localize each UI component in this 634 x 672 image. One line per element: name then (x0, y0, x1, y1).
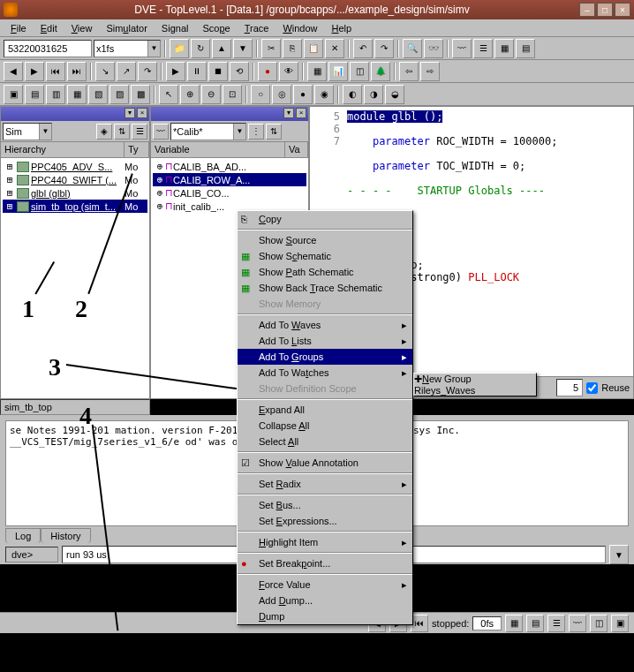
misc1-icon[interactable]: ◐ (343, 85, 362, 104)
first-icon[interactable]: ⏮ (46, 62, 65, 81)
filter-combo[interactable]: ▼ (170, 123, 246, 140)
menu-item[interactable]: Set Radix▸ (238, 476, 412, 492)
submenu-item[interactable]: Rileys_Waves (414, 385, 536, 396)
layout5-icon[interactable]: ▧ (88, 85, 108, 104)
menu-item[interactable]: ▦Show Back Trace Schematic (238, 280, 412, 296)
menu-item[interactable]: Select All (238, 434, 412, 449)
binoculars-icon[interactable]: 👓 (424, 39, 443, 58)
context-menu[interactable]: ⎘CopyShow Source▦Show Schematic▦Show Pat… (237, 210, 413, 625)
filter-icon[interactable]: ◈ (96, 124, 112, 140)
menu-item[interactable]: ▦Show Path Schematic (238, 264, 412, 280)
col-hierarchy[interactable]: Hierarchy (1, 142, 125, 157)
step-over-icon[interactable]: ↷ (138, 62, 157, 81)
command-dropdown-icon[interactable]: ▼ (609, 545, 629, 564)
back-icon[interactable]: ⇦ (399, 62, 419, 81)
menu-file[interactable]: File (4, 21, 34, 35)
chart-icon[interactable]: 📊 (328, 62, 348, 81)
menu-item[interactable]: Add To Lists▸ (238, 333, 412, 349)
hierarchy-item[interactable]: ⊞sim_tb_top (sim_t...Mo (3, 200, 147, 213)
circle1-icon[interactable]: ○ (251, 85, 270, 104)
menu-item[interactable]: Add To Watches▸ (238, 365, 412, 381)
tab-history[interactable]: History (41, 528, 90, 543)
menu-item[interactable]: Add To Groups▸ (238, 349, 412, 365)
layout4-icon[interactable]: ▦ (67, 85, 87, 104)
status-icon1[interactable]: ▦ (505, 615, 523, 632)
layout6-icon[interactable]: ▨ (109, 85, 129, 104)
menu-item[interactable]: Set Bus... (238, 497, 412, 513)
copy-icon[interactable]: ⎘ (283, 39, 302, 58)
status-icon3[interactable]: ☰ (547, 615, 565, 632)
menu-item[interactable]: Add Dump... (238, 593, 412, 608)
line-number-field[interactable] (556, 379, 583, 396)
layout7-icon[interactable]: ▩ (131, 85, 150, 104)
restart-icon[interactable]: ⟲ (230, 62, 249, 81)
menu-item[interactable]: ●Set Breakpoint... (238, 555, 412, 571)
menu-item[interactable]: Show Source (238, 232, 412, 248)
col-type[interactable]: Ty (125, 142, 149, 157)
context-submenu[interactable]: ✚New GroupRileys_Waves (413, 373, 537, 396)
memory-icon[interactable]: ▤ (516, 39, 535, 58)
pointer-icon[interactable]: ↖ (159, 85, 178, 104)
breakpoint-icon[interactable]: ● (258, 62, 277, 81)
minimize-icon[interactable]: ▾ (283, 108, 294, 118)
step-in-icon[interactable]: ↘ (95, 62, 115, 81)
variable-item[interactable]: ⊕⊓ CALIB_BA_AD... (153, 160, 306, 173)
tree-icon[interactable]: ☰ (132, 124, 147, 140)
status-icon2[interactable]: ▤ (526, 615, 544, 632)
status-icon4[interactable]: 〰 (569, 615, 586, 632)
zoom-in-icon[interactable]: ⊕ (180, 85, 200, 104)
sort-icon[interactable]: ⇅ (266, 124, 282, 140)
status-home-icon[interactable]: ⏮ (411, 615, 428, 632)
refresh-icon[interactable]: ↻ (191, 39, 210, 58)
menu-help[interactable]: Help (325, 21, 359, 35)
menu-item[interactable]: Add To Waves▸ (238, 317, 412, 333)
wave-small-icon[interactable]: 〰 (153, 124, 169, 140)
col-variable[interactable]: Variable (151, 142, 285, 157)
submenu-item[interactable]: ✚New Group (414, 374, 536, 385)
down-icon[interactable]: ▼ (233, 39, 253, 58)
sort-icon[interactable]: ⇅ (114, 124, 130, 140)
circle2-icon[interactable]: ◎ (272, 85, 291, 104)
fwd-icon[interactable]: ⇨ (420, 62, 440, 81)
circle3-icon[interactable]: ● (293, 85, 313, 104)
col-value[interactable]: Va (285, 142, 308, 157)
menu-item[interactable]: Highlight Item▸ (238, 534, 412, 550)
layout3-icon[interactable]: ▥ (46, 85, 65, 104)
undo-icon[interactable]: ↶ (353, 39, 373, 58)
menu-item[interactable]: ▦Show Schematic (238, 248, 412, 264)
chevron-down-icon[interactable]: ▼ (147, 41, 160, 57)
menu-item[interactable]: Dump (238, 608, 412, 624)
menu-view[interactable]: View (64, 21, 100, 35)
menu-edit[interactable]: Edit (34, 21, 64, 35)
chevron-down-icon[interactable]: ▼ (233, 124, 245, 140)
find-icon[interactable]: 🔍 (403, 39, 422, 58)
delete-icon[interactable]: ✕ (325, 39, 344, 58)
watch-icon[interactable]: 👁 (279, 62, 298, 81)
tab-log[interactable]: Log (5, 528, 41, 543)
status-icon5[interactable]: ◫ (590, 615, 608, 632)
status-icon6[interactable]: ▣ (611, 615, 629, 632)
misc2-icon[interactable]: ◑ (364, 85, 383, 104)
hierarchy-tree[interactable]: ⊞PPC405_ADV_S...Mo⊞PPC440_SWIFT (...Mo⊞g… (1, 158, 149, 398)
up-icon[interactable]: ▲ (212, 39, 231, 58)
variable-item[interactable]: ⊕⊓ CALIB_CO... (153, 186, 306, 200)
time-unit-combo[interactable]: ▼ (94, 40, 161, 57)
stop-icon[interactable]: ⏹ (208, 62, 228, 81)
menu-item[interactable]: ⎘Copy (238, 211, 412, 227)
hierarchy-item[interactable]: ⊞PPC440_SWIFT (...Mo (3, 173, 147, 186)
close-button[interactable]: × (615, 3, 630, 17)
sim-combo[interactable]: ▼ (3, 123, 52, 140)
menu-item[interactable]: Collapse All (238, 418, 412, 434)
minimize-button[interactable]: – (579, 3, 595, 17)
redo-icon[interactable]: ↷ (374, 39, 394, 58)
run-icon[interactable]: ▶ (166, 62, 185, 81)
reuse-checkbox[interactable] (586, 382, 598, 394)
prev-icon[interactable]: ◀ (4, 62, 23, 81)
open-icon[interactable]: 📁 (170, 39, 189, 58)
list-icon[interactable]: ☰ (473, 39, 493, 58)
wave-icon[interactable]: 〰 (452, 39, 472, 58)
pause-icon[interactable]: ⏸ (187, 62, 207, 81)
opts-icon[interactable]: ⋮ (248, 124, 264, 140)
menu-window[interactable]: Window (275, 21, 324, 35)
last-icon[interactable]: ⏭ (67, 62, 87, 81)
